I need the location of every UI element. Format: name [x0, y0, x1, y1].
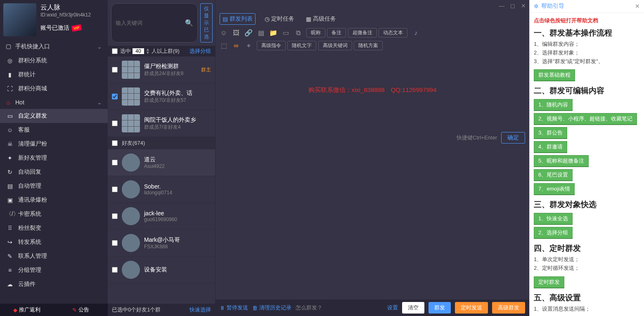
only-selected-button[interactable]: 仅显示已选: [200, 3, 213, 42]
help-green-button[interactable]: 1、随机内容: [534, 99, 573, 111]
user-avatar[interactable]: [3, 3, 36, 36]
choose-group-link[interactable]: 选择分组: [189, 47, 211, 55]
nav-hot[interactable]: ♨Hot⌄: [0, 96, 108, 109]
clear-history-link[interactable]: 🗑清理历史记录: [252, 304, 291, 311]
window-controls: — ◻ ✕: [215, 0, 529, 12]
nav-item[interactable]: ↻自动回复: [0, 165, 108, 179]
threshold-spinner[interactable]: ▲▼: [146, 48, 150, 54]
nav-item[interactable]: ▭自定义群发: [0, 109, 108, 123]
search-box[interactable]: 🔍: [111, 3, 198, 42]
friend-avatar: [122, 261, 140, 279]
pill-button[interactable]: 高级关键词: [318, 41, 352, 50]
search-icon[interactable]: 🔍: [185, 19, 193, 27]
friend-checkbox[interactable]: [112, 186, 118, 192]
nav-item[interactable]: ▣通讯录爆粉: [0, 193, 108, 207]
pill-button[interactable]: 昵称: [306, 28, 325, 38]
help-green-button[interactable]: 6、尾巴设置: [534, 169, 573, 181]
nav-item[interactable]: ☠清理僵尸粉: [0, 137, 108, 151]
nav-mobile-entry[interactable]: ▢手机快捷入口⌄: [0, 40, 108, 54]
nav-item[interactable]: ✎联系人管理: [0, 249, 108, 263]
group-item[interactable]: 闽院干饭人的外卖乡群成员7/非好友4: [108, 110, 215, 137]
friend-item[interactable]: 道云Asui4922: [108, 149, 215, 176]
location-icon[interactable]: ⌖: [244, 42, 253, 50]
friend-item[interactable]: Mark@小马哥FSXJK888: [108, 230, 215, 257]
maximize-icon[interactable]: ◻: [510, 2, 515, 9]
toolbar-1: ☺ 🖼 🔗 ▤ 📁 ▭ ⧉ 昵称 备注 超微备注 动态文本 ♪: [215, 26, 529, 39]
friend-item[interactable]: 设备安装: [108, 257, 215, 283]
nav-item[interactable]: ✦新好友管理: [0, 151, 108, 165]
pill-button[interactable]: 高级指令: [257, 41, 286, 50]
help-green-button[interactable]: 7、emoji表情: [534, 183, 575, 195]
advanced-send-button[interactable]: 高级群发: [492, 302, 525, 314]
image-icon[interactable]: 🖼: [232, 29, 240, 37]
send-button[interactable]: 群发: [429, 302, 451, 314]
pill-button[interactable]: 随机文字: [287, 41, 316, 50]
promo-link[interactable]: ◆推广返利: [0, 306, 54, 314]
main-tab[interactable]: ◷定时任务: [262, 14, 297, 24]
main-tab[interactable]: ▦高级任务: [303, 14, 339, 24]
help-green-button[interactable]: 5、昵称和超微备注: [534, 155, 589, 167]
timed-send-button[interactable]: 定时发送: [455, 302, 488, 314]
help-green-button[interactable]: 2、选择分组: [534, 227, 573, 238]
editor-area[interactable]: 购买联系微信：xixi_838888 QQ:1126997994: [215, 52, 529, 128]
friend-item[interactable]: jack-leeguo619690960: [108, 203, 215, 230]
emoji-icon[interactable]: ☺: [220, 29, 228, 37]
member-threshold-input[interactable]: [133, 48, 144, 54]
nav-item[interactable]: ◎群积分系统: [0, 54, 108, 68]
select-all-groups-checkbox[interactable]: [112, 48, 118, 54]
help-green-button[interactable]: 3、群公告: [534, 127, 567, 139]
friend-checkbox[interactable]: [112, 213, 118, 219]
nav-item[interactable]: ≡分组管理: [0, 263, 108, 277]
notice-link[interactable]: ✎公告: [54, 306, 108, 314]
select-all-friends-checkbox[interactable]: [112, 140, 118, 146]
friend-checkbox[interactable]: [112, 160, 118, 165]
contact-list-panel: 🔍 仅显示已选 选中 ▲▼ 人以上群(9) 选择分组 僵尸粉检测群群成员24/非…: [108, 0, 215, 316]
help-btn-timed[interactable]: 定时群发: [534, 276, 564, 288]
help-green-button[interactable]: 4、群邀请: [534, 141, 567, 153]
nav-item[interactable]: ↪转发系统: [0, 235, 108, 249]
pill-button[interactable]: 备注: [327, 28, 346, 38]
confirm-button[interactable]: 确定: [501, 132, 525, 144]
friend-checkbox[interactable]: [112, 267, 118, 273]
help-close-icon[interactable]: ✕: [635, 3, 640, 9]
group-item[interactable]: 僵尸粉检测群群成员24/非好友8群主: [108, 57, 215, 83]
nav-item[interactable]: ⠿粉丝裂变: [0, 221, 108, 235]
main-tab[interactable]: ▤群发列表: [220, 13, 256, 25]
group-checkbox[interactable]: [112, 67, 118, 73]
help-green-button[interactable]: 1、快速全选: [534, 213, 573, 224]
link-icon[interactable]: 🔗: [244, 29, 253, 37]
group-checkbox[interactable]: [112, 94, 118, 99]
help-green-button[interactable]: 2、视频号、小程序、超链接、收藏笔记: [534, 113, 637, 125]
quick-select-link[interactable]: 快速选择: [189, 306, 211, 314]
card-icon[interactable]: ▤: [257, 29, 265, 37]
pill-button[interactable]: 随机方案: [354, 41, 383, 50]
group-avatar: [122, 87, 140, 106]
help-btn-basic[interactable]: 群发基础教程: [534, 69, 575, 81]
nav-item[interactable]: ⛶群积分商城: [0, 82, 108, 96]
nav-item[interactable]: ☺客服: [0, 123, 108, 137]
nav-item[interactable]: ▤自动管理: [0, 179, 108, 193]
group-checkbox[interactable]: [112, 120, 118, 126]
close-icon[interactable]: ✕: [521, 2, 526, 9]
infinity-icon[interactable]: ∞: [232, 42, 240, 50]
group-item[interactable]: 交费有礼(外卖、话群成员70/非好友57: [108, 83, 215, 110]
friend-item[interactable]: Sober.lidongqi0714: [108, 176, 215, 203]
nav-item[interactable]: ▮群统计: [0, 68, 108, 82]
clear-button[interactable]: 清空: [402, 302, 424, 314]
pill-button[interactable]: 动态文本: [379, 28, 407, 38]
friend-checkbox[interactable]: [112, 240, 118, 246]
music-icon[interactable]: ♪: [412, 29, 420, 37]
cube-icon[interactable]: ⬚: [220, 42, 228, 50]
pause-send-link[interactable]: ⏸暂停发送: [220, 304, 248, 311]
pill-button[interactable]: 超微备注: [348, 28, 377, 38]
search-input[interactable]: [116, 20, 185, 26]
minimize-icon[interactable]: —: [499, 2, 504, 9]
copy-icon[interactable]: ⧉: [294, 29, 302, 37]
friends-header[interactable]: 好友(674): [108, 137, 215, 149]
file-icon[interactable]: ▭: [282, 29, 290, 37]
nav-item[interactable]: 〈/〉卡密系统: [0, 207, 108, 221]
nav-item[interactable]: ☁云插件: [0, 277, 108, 291]
settings-link[interactable]: 设置: [387, 304, 398, 311]
folder-icon[interactable]: 📁: [269, 29, 277, 37]
howto-link[interactable]: 怎么群发？: [296, 304, 322, 311]
